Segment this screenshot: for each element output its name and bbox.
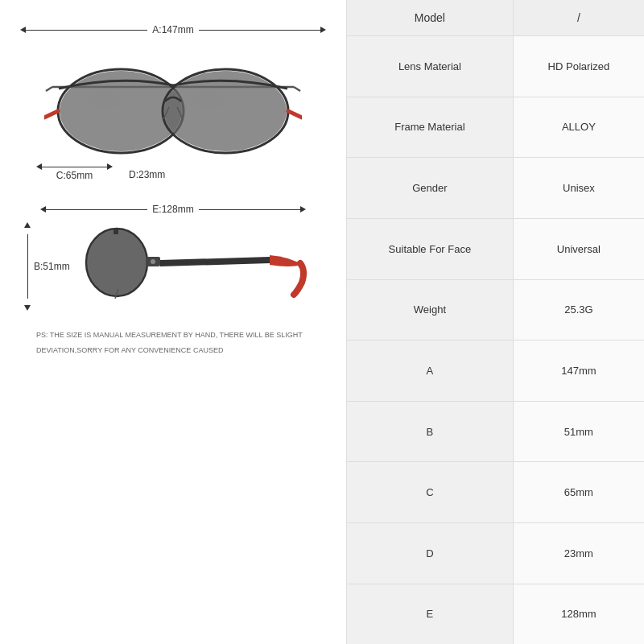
dimension-d-block: D:23mm [129,167,165,181]
line [26,30,147,31]
dimension-b-label: B:51mm [34,261,70,272]
svg-point-5 [89,89,121,109]
svg-line-1 [46,87,52,91]
spec-value: 147mm [513,341,644,402]
line [46,209,147,210]
svg-line-2 [294,87,300,91]
arrow-right-icon [320,27,326,33]
ps-note-text: PS: THE SIZE IS MANUAL MEASUREMENT BY HA… [36,331,303,354]
sunglasses-side-image [76,218,310,314]
spec-value: 25.3G [513,279,644,341]
spec-value: Universal [513,218,644,279]
side-view-diagram: E:128mm B:51mm [20,204,326,314]
spec-label: D [347,523,513,584]
main-container: A:147mm [0,0,644,644]
table-row: C65mm [347,462,644,523]
dimension-d-label: D:23mm [129,169,165,180]
spec-label: Gender [347,158,513,219]
spec-value: Unisex [513,158,644,219]
arrow-down-icon [24,305,31,311]
spec-label: Frame Material [347,97,513,158]
spec-label: E [347,584,513,644]
line [199,209,300,210]
table-header-row: Model / [347,0,644,36]
spec-label: Suitable For Face [347,218,513,279]
left-panel: A:147mm [0,0,346,644]
dimension-a-label: A:147mm [147,24,198,35]
table-row: A147mm [347,341,644,402]
spec-value: 51mm [513,401,644,462]
arrow-up-icon [24,222,31,228]
spec-table-panel: Model / Lens MaterialHD PolarizedFrame M… [346,0,644,644]
table-row: E128mm [347,584,644,644]
front-view-diagram: A:147mm [20,24,326,188]
arrow-left-icon [36,163,42,170]
dimension-c-label: C:65mm [56,170,93,181]
spec-value: ALLOY [513,97,644,158]
dimension-a-row: A:147mm [20,24,326,35]
arrow-right-icon [300,206,306,213]
spec-label: Weight [347,279,513,341]
spec-label: A [347,341,513,402]
ps-note: PS: THE SIZE IS MANUAL MEASUREMENT BY HA… [36,326,310,356]
spec-value: 128mm [513,584,644,644]
dimension-b-block [24,222,31,311]
sunglasses-front-image [44,39,302,167]
table-row: Lens MaterialHD Polarized [347,36,644,97]
arrow-left-icon [20,27,26,33]
dimension-e-row: E:128mm [40,204,306,215]
spec-label: B [347,401,513,462]
svg-line-11 [44,111,58,118]
header-value: / [513,0,644,36]
svg-line-12 [288,111,302,118]
spec-label: C [347,462,513,523]
svg-point-8 [193,89,225,109]
dimension-a-line: A:147mm [20,24,326,35]
spec-value: 23mm [513,523,644,584]
header-model: Model [347,0,513,36]
dimension-e-label: E:128mm [147,204,198,215]
table-row: D23mm [347,523,644,584]
line [199,30,320,31]
svg-point-18 [151,259,155,264]
spec-label: Lens Material [347,36,513,97]
spec-value: 65mm [513,462,644,523]
table-row: Suitable For FaceUniversal [347,218,644,279]
table-row: Frame MaterialALLOY [347,97,644,158]
svg-rect-16 [114,229,118,234]
svg-point-14 [88,230,146,295]
spec-value: HD Polarized [513,36,644,97]
arrow-left-icon [40,206,46,213]
table-row: Weight25.3G [347,279,644,341]
side-view-row: B:51mm [24,218,322,314]
table-row: B51mm [347,401,644,462]
table-row: GenderUnisex [347,158,644,219]
spec-table: Model / Lens MaterialHD PolarizedFrame M… [347,0,644,644]
vertical-line [27,234,28,299]
